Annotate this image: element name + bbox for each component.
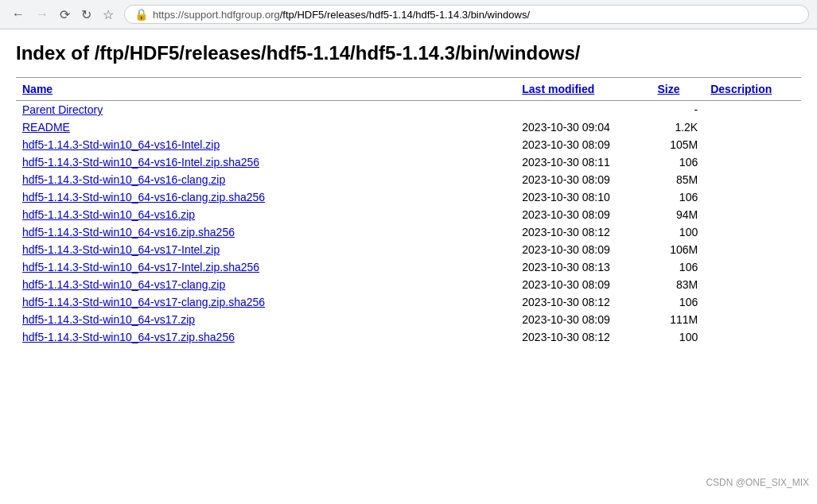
security-icon: 🔒 [134, 8, 148, 21]
file-desc-cell [704, 153, 801, 171]
table-row: hdf5-1.14.3-Std-win10_64-vs17-clang.zip2… [16, 276, 801, 293]
file-link[interactable]: hdf5-1.14.3-Std-win10_64-vs16.zip [22, 208, 195, 221]
file-link[interactable]: hdf5-1.14.3-Std-win10_64-vs17.zip [22, 313, 195, 326]
file-size-cell: 105M [651, 136, 704, 153]
table-row: hdf5-1.14.3-Std-win10_64-vs16-clang.zip2… [16, 171, 801, 188]
table-row: hdf5-1.14.3-Std-win10_64-vs16-clang.zip.… [16, 188, 801, 206]
file-desc-cell [704, 241, 801, 258]
file-desc-cell [704, 171, 801, 188]
file-link[interactable]: hdf5-1.14.3-Std-win10_64-vs16.zip.sha256 [22, 226, 235, 238]
file-date-cell: 2023-10-30 08:13 [515, 258, 651, 276]
home-button[interactable]: ↻ [77, 6, 95, 24]
table-header-row: Name Last modified Size Description [16, 78, 801, 101]
file-size-cell: 106 [651, 188, 704, 206]
file-date-cell: 2023-10-30 08:10 [515, 188, 651, 206]
file-size-cell: 106 [651, 153, 704, 171]
table-row: hdf5-1.14.3-Std-win10_64-vs17-Intel.zip.… [16, 258, 801, 276]
file-desc-cell [704, 223, 801, 241]
file-size-cell: - [651, 101, 704, 119]
table-row: hdf5-1.14.3-Std-win10_64-vs17-Intel.zip2… [16, 241, 801, 258]
file-date-cell: 2023-10-30 08:09 [515, 241, 651, 258]
table-row: hdf5-1.14.3-Std-win10_64-vs16-Intel.zip2… [16, 136, 801, 153]
forward-button[interactable]: → [32, 6, 53, 23]
file-link[interactable]: hdf5-1.14.3-Std-win10_64-vs17-Intel.zip.… [22, 261, 259, 273]
file-link[interactable]: hdf5-1.14.3-Std-win10_64-vs16-Intel.zip.… [22, 156, 259, 169]
file-date-cell: 2023-10-30 08:12 [515, 223, 651, 241]
file-size-cell: 83M [651, 276, 704, 293]
file-name-cell: hdf5-1.14.3-Std-win10_64-vs16-clang.zip.… [16, 188, 515, 206]
col-header-size: Size [651, 78, 704, 101]
sort-desc-link[interactable]: Description [710, 83, 772, 95]
file-desc-cell [704, 258, 801, 276]
file-date-cell: 2023-10-30 09:04 [515, 118, 651, 136]
file-name-cell: hdf5-1.14.3-Std-win10_64-vs16-Intel.zip.… [16, 153, 515, 171]
file-name-cell: hdf5-1.14.3-Std-win10_64-vs17-Intel.zip.… [16, 258, 515, 276]
table-row: hdf5-1.14.3-Std-win10_64-vs17.zip.sha256… [16, 328, 801, 346]
sort-size-link[interactable]: Size [657, 83, 679, 95]
table-row: hdf5-1.14.3-Std-win10_64-vs17.zip2023-10… [16, 311, 801, 328]
table-row: hdf5-1.14.3-Std-win10_64-vs16.zip.sha256… [16, 223, 801, 241]
table-row: hdf5-1.14.3-Std-win10_64-vs16.zip2023-10… [16, 206, 801, 223]
file-size-cell: 1.2K [651, 118, 704, 136]
file-name-cell: hdf5-1.14.3-Std-win10_64-vs16-Intel.zip [16, 136, 515, 153]
file-date-cell: 2023-10-30 08:09 [515, 206, 651, 223]
file-date-cell [515, 101, 651, 119]
file-date-cell: 2023-10-30 08:12 [515, 328, 651, 346]
file-table: Name Last modified Size Description Pare… [16, 77, 801, 346]
file-link[interactable]: hdf5-1.14.3-Std-win10_64-vs17.zip.sha256 [22, 331, 235, 343]
file-name-cell: hdf5-1.14.3-Std-win10_64-vs17.zip.sha256 [16, 328, 515, 346]
file-desc-cell [704, 188, 801, 206]
file-name-cell: hdf5-1.14.3-Std-win10_64-vs16-clang.zip [16, 171, 515, 188]
table-row: README2023-10-30 09:041.2K [16, 118, 801, 136]
sort-modified-link[interactable]: Last modified [522, 83, 594, 95]
url-path: /ftp/HDF5/releases/hdf5-1.14/hdf5-1.14.3… [280, 9, 530, 21]
file-name-cell: hdf5-1.14.3-Std-win10_64-vs17-Intel.zip [16, 241, 515, 258]
back-button[interactable]: ← [8, 6, 29, 23]
file-desc-cell [704, 136, 801, 153]
browser-chrome: ← → ⟳ ↻ ☆ 🔒 https://support.hdfgroup.org… [0, 0, 817, 29]
file-date-cell: 2023-10-30 08:09 [515, 136, 651, 153]
file-link[interactable]: README [22, 121, 70, 134]
sort-name-link[interactable]: Name [22, 83, 53, 95]
file-name-cell: Parent Directory [16, 101, 515, 119]
file-size-cell: 94M [651, 206, 704, 223]
file-desc-cell [704, 328, 801, 346]
nav-buttons: ← → ⟳ ↻ ☆ [8, 6, 118, 24]
reload-button[interactable]: ⟳ [56, 6, 74, 24]
bookmark-button[interactable]: ☆ [99, 6, 118, 24]
file-desc-cell [704, 276, 801, 293]
file-date-cell: 2023-10-30 08:11 [515, 153, 651, 171]
file-size-cell: 111M [651, 311, 704, 328]
col-header-modified: Last modified [515, 78, 651, 101]
file-date-cell: 2023-10-30 08:09 [515, 311, 651, 328]
table-row: Parent Directory- [16, 101, 801, 119]
table-row: hdf5-1.14.3-Std-win10_64-vs17-clang.zip.… [16, 293, 801, 311]
file-desc-cell [704, 311, 801, 328]
file-desc-cell [704, 101, 801, 119]
file-name-cell: hdf5-1.14.3-Std-win10_64-vs17-clang.zip [16, 276, 515, 293]
file-link[interactable]: hdf5-1.14.3-Std-win10_64-vs16-Intel.zip [22, 138, 220, 151]
file-name-cell: hdf5-1.14.3-Std-win10_64-vs17.zip [16, 311, 515, 328]
col-header-name: Name [16, 78, 515, 101]
file-link[interactable]: hdf5-1.14.3-Std-win10_64-vs17-clang.zip.… [22, 296, 265, 308]
file-size-cell: 100 [651, 223, 704, 241]
file-size-cell: 106M [651, 241, 704, 258]
file-link[interactable]: hdf5-1.14.3-Std-win10_64-vs16-clang.zip.… [22, 191, 265, 204]
file-desc-cell [704, 293, 801, 311]
page-content: Index of /ftp/HDF5/releases/hdf5-1.14/hd… [0, 29, 817, 359]
file-size-cell: 100 [651, 328, 704, 346]
file-link[interactable]: Parent Directory [22, 103, 103, 116]
address-bar[interactable]: 🔒 https://support.hdfgroup.org /ftp/HDF5… [124, 5, 809, 24]
file-link[interactable]: hdf5-1.14.3-Std-win10_64-vs17-Intel.zip [22, 243, 220, 256]
file-size-cell: 106 [651, 258, 704, 276]
url-text: https://support.hdfgroup.org [153, 9, 280, 21]
page-title: Index of /ftp/HDF5/releases/hdf5-1.14/hd… [16, 42, 801, 64]
file-name-cell: hdf5-1.14.3-Std-win10_64-vs16.zip.sha256 [16, 223, 515, 241]
file-size-cell: 106 [651, 293, 704, 311]
file-name-cell: hdf5-1.14.3-Std-win10_64-vs16.zip [16, 206, 515, 223]
file-size-cell: 85M [651, 171, 704, 188]
file-desc-cell [704, 118, 801, 136]
col-header-description: Description [704, 78, 801, 101]
file-link[interactable]: hdf5-1.14.3-Std-win10_64-vs17-clang.zip [22, 278, 225, 291]
file-link[interactable]: hdf5-1.14.3-Std-win10_64-vs16-clang.zip [22, 173, 225, 186]
